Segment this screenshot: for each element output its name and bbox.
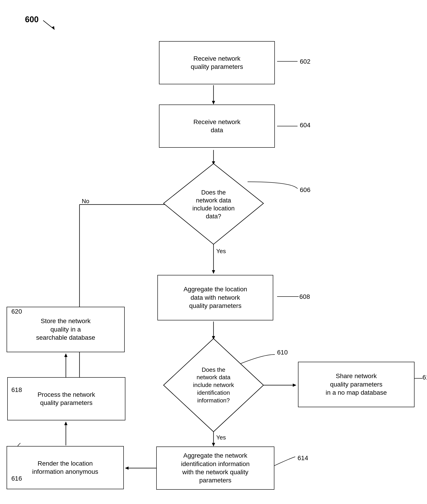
flowchart-diagram: 600	[0, 0, 427, 504]
box-620: Store the network quality in a searchabl…	[7, 307, 125, 352]
title-arrow	[0, 0, 68, 46]
ref-616: 616	[11, 475, 22, 482]
svg-line-0	[43, 20, 54, 30]
diamond-610-text: Does the network data include network id…	[164, 339, 263, 432]
svg-marker-3	[212, 101, 215, 105]
diamond-606-text: Does the network data include location d…	[164, 164, 263, 245]
ref-602: 602	[300, 58, 311, 65]
box-612: Share network quality parameters in a no…	[298, 362, 414, 407]
yes-606-label: Yes	[216, 248, 226, 255]
svg-marker-22	[64, 353, 68, 357]
svg-marker-18	[125, 466, 129, 470]
ref-610: 610	[277, 349, 288, 356]
ref-604: 604	[300, 122, 311, 129]
ref-618: 618	[11, 386, 22, 394]
svg-marker-14	[293, 384, 296, 387]
box-614: Aggregate the network identification inf…	[156, 447, 274, 490]
svg-marker-20	[64, 421, 68, 425]
box-604: Receive network data	[159, 105, 275, 148]
box-618: Process the network quality parameters	[7, 377, 125, 420]
svg-marker-16	[212, 443, 215, 447]
ref-614: 614	[297, 454, 308, 462]
box-602: Receive network quality parameters	[159, 41, 275, 84]
ref-612: 612	[422, 374, 427, 381]
yes-610-label: Yes	[216, 434, 226, 441]
ref-608: 608	[299, 293, 310, 300]
svg-marker-10	[212, 270, 215, 274]
box-608: Aggregate the location data with network…	[157, 275, 273, 320]
box-616: Render the location information anonymou…	[7, 446, 124, 489]
ref-606: 606	[300, 186, 311, 194]
ref-620: 620	[11, 308, 22, 315]
no-label: No	[82, 198, 89, 205]
